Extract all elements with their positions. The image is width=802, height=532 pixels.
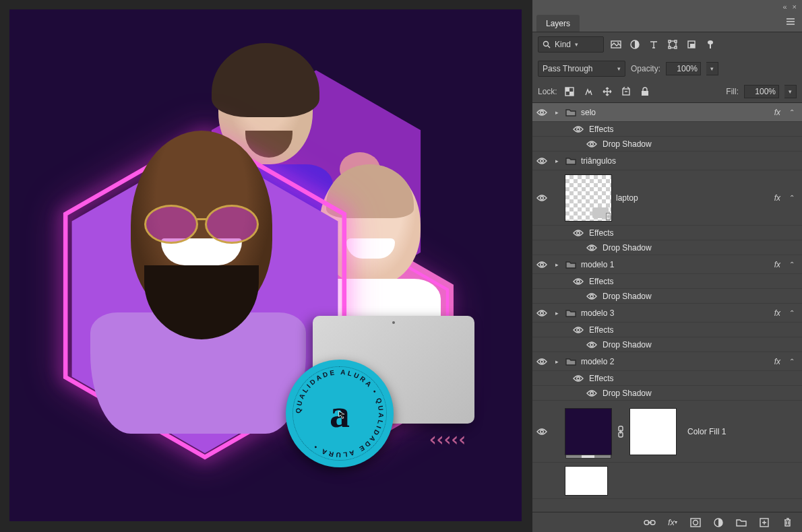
visibility-toggle-icon[interactable] xyxy=(535,108,549,117)
model-1 xyxy=(90,131,306,427)
link-icon[interactable] xyxy=(617,426,624,438)
layer-name[interactable]: laptop xyxy=(616,193,768,203)
visibility-toggle-icon[interactable] xyxy=(535,157,549,165)
visibility-toggle-icon[interactable] xyxy=(535,309,549,317)
layer-name[interactable]: modelo 2 xyxy=(581,357,768,366)
layer-name[interactable]: modelo 3 xyxy=(581,308,768,318)
effects-collapse-icon[interactable]: ⌃ xyxy=(787,194,797,201)
disclosure-icon[interactable]: ▸ xyxy=(553,261,561,268)
layer-name[interactable]: Color Fill 1 xyxy=(687,427,797,436)
layer-laptop[interactable]: ▫ laptop fx ⌃ xyxy=(532,170,802,226)
svg-point-25 xyxy=(577,127,580,131)
lock-transparency-icon[interactable] xyxy=(563,85,576,98)
visibility-toggle-icon[interactable] xyxy=(535,261,549,269)
visibility-toggle-icon[interactable] xyxy=(585,140,598,148)
effect-item[interactable]: Drop Shadow xyxy=(532,386,802,401)
adjustment-layer-icon[interactable] xyxy=(712,516,725,529)
svg-point-46 xyxy=(693,520,698,525)
disclosure-icon[interactable]: ▸ xyxy=(553,310,561,317)
effects-row[interactable]: Effects xyxy=(532,122,802,137)
lock-artboard-icon[interactable] xyxy=(619,85,633,98)
panel-menu-icon[interactable] xyxy=(779,13,802,32)
visibility-toggle-icon[interactable] xyxy=(585,244,598,252)
blend-mode-select[interactable]: Pass Through ▾ xyxy=(538,61,625,77)
filter-smart-icon[interactable] xyxy=(685,38,698,51)
fill-dropdown-icon[interactable]: ▾ xyxy=(784,85,797,98)
tab-layers[interactable]: Layers xyxy=(536,15,580,32)
visibility-toggle-icon[interactable] xyxy=(572,229,585,237)
layer-thumbnail[interactable]: ▫ xyxy=(565,174,612,222)
disclosure-icon[interactable]: ▸ xyxy=(553,158,561,164)
collapse-panel-icon[interactable]: « xyxy=(782,3,786,11)
visibility-toggle-icon[interactable] xyxy=(535,194,549,202)
quality-badge: QUALIDADE ALURA • QUALIDADE ALURA • a xyxy=(286,360,394,467)
svg-rect-13 xyxy=(669,46,671,48)
effect-item[interactable]: Drop Shadow xyxy=(532,240,802,255)
visibility-toggle-icon[interactable] xyxy=(585,341,598,349)
effects-collapse-icon[interactable]: ⌃ xyxy=(787,358,797,365)
opacity-input[interactable]: 100% xyxy=(666,62,701,75)
disclosure-icon[interactable]: ▸ xyxy=(553,358,561,365)
visibility-toggle-icon[interactable] xyxy=(572,277,585,286)
visibility-toggle-icon[interactable] xyxy=(572,326,585,334)
lock-all-icon[interactable] xyxy=(638,85,652,98)
effects-collapse-icon[interactable]: ⌃ xyxy=(787,309,797,317)
folder-icon xyxy=(565,156,577,165)
layer-thumbnail[interactable] xyxy=(565,466,608,496)
fill-input[interactable]: 100% xyxy=(744,85,779,98)
filter-shape-icon[interactable] xyxy=(666,38,679,51)
filter-kind-select[interactable]: Kind ▾ xyxy=(538,36,604,53)
close-panel-icon[interactable]: × xyxy=(793,3,797,11)
visibility-toggle-icon[interactable] xyxy=(585,389,598,397)
effects-row[interactable]: Effects xyxy=(532,274,802,289)
filter-type-icon[interactable] xyxy=(647,38,660,51)
layer-modelo-2[interactable]: ▸ modelo 2 fx ⌃ xyxy=(532,352,802,371)
document-canvas[interactable]: ‹‹‹‹‹ QUALIDADE ALURA • QUALIDADE ALURA … xyxy=(9,9,522,521)
fx-indicator[interactable]: fx xyxy=(772,357,783,366)
visibility-toggle-icon[interactable] xyxy=(585,292,598,300)
lock-position-icon[interactable] xyxy=(600,85,614,98)
effect-item[interactable]: Drop Shadow xyxy=(532,337,802,352)
filter-adjust-icon[interactable] xyxy=(628,38,642,51)
effects-row[interactable]: Effects xyxy=(532,371,802,386)
fx-indicator[interactable]: fx xyxy=(772,108,783,117)
effects-row[interactable]: Effects xyxy=(532,226,802,240)
effect-item[interactable]: Drop Shadow xyxy=(532,289,802,304)
filter-pixel-icon[interactable] xyxy=(609,38,623,51)
opacity-dropdown-icon[interactable]: ▾ xyxy=(706,62,718,75)
layer-style-icon[interactable]: fx▾ xyxy=(666,516,679,529)
layer-mask-icon[interactable] xyxy=(689,516,702,529)
effects-collapse-icon[interactable]: ⌃ xyxy=(787,108,797,116)
visibility-toggle-icon[interactable] xyxy=(535,358,549,366)
effects-row[interactable]: Effects xyxy=(532,323,802,337)
layer-name[interactable]: selo xyxy=(581,108,768,117)
mask-thumbnail[interactable] xyxy=(629,408,677,455)
layer-selo[interactable]: ▸ selo fx ⌃ xyxy=(532,103,802,122)
layer-modelo-3[interactable]: ▸ modelo 3 fx ⌃ xyxy=(532,304,802,323)
fx-indicator[interactable]: fx xyxy=(772,193,783,203)
fill-thumbnail[interactable] xyxy=(565,408,612,455)
effects-collapse-icon[interactable]: ⌃ xyxy=(787,261,797,268)
link-layers-icon[interactable] xyxy=(643,516,656,529)
canvas-area[interactable]: ‹‹‹‹‹ QUALIDADE ALURA • QUALIDADE ALURA … xyxy=(0,0,532,532)
visibility-toggle-icon[interactable] xyxy=(535,428,549,436)
visibility-toggle-icon[interactable] xyxy=(572,374,585,383)
layer-color-fill-1[interactable]: Color Fill 1 xyxy=(532,401,802,463)
delete-layer-icon[interactable] xyxy=(780,516,794,529)
layers-list[interactable]: ▸ selo fx ⌃ Effects Drop Shadow xyxy=(532,102,802,512)
fx-indicator[interactable]: fx xyxy=(772,260,783,269)
layer-background[interactable] xyxy=(532,463,802,499)
layer-triangulos[interactable]: ▸ triângulos xyxy=(532,152,802,170)
new-group-icon[interactable] xyxy=(735,516,748,529)
effect-item[interactable]: Drop Shadow xyxy=(532,137,802,152)
fx-indicator[interactable]: fx xyxy=(772,308,783,318)
filter-artboard-icon[interactable] xyxy=(704,38,717,51)
svg-rect-21 xyxy=(569,92,574,96)
new-layer-icon[interactable] xyxy=(758,516,771,529)
layer-name[interactable]: triângulos xyxy=(581,156,797,166)
layer-name[interactable]: modelo 1 xyxy=(581,260,768,269)
lock-image-icon[interactable] xyxy=(582,85,595,98)
disclosure-icon[interactable]: ▸ xyxy=(553,109,561,116)
layer-modelo-1[interactable]: ▸ modelo 1 fx ⌃ xyxy=(532,255,802,274)
visibility-toggle-icon[interactable] xyxy=(572,125,585,133)
